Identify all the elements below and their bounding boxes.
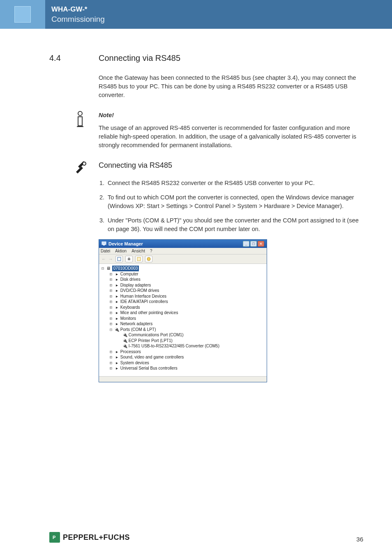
header-logo-block bbox=[0, 0, 45, 29]
steps-block: Connect the RS485 RS232 converter or the… bbox=[99, 179, 363, 234]
minimize-button[interactable]: _ bbox=[243, 241, 249, 247]
step-1: Connect the RS485 RS232 converter or the… bbox=[106, 179, 363, 187]
tree-node[interactable]: ⊞▸ Processors bbox=[101, 349, 264, 355]
tree-port-child[interactable]: 🔌 ECP Printer Port (LPT1) bbox=[101, 338, 264, 344]
status-bar bbox=[99, 376, 267, 382]
note-icon bbox=[74, 111, 99, 150]
footer: P PEPPERL+FUCHS 36 bbox=[49, 532, 363, 543]
monitor-icon bbox=[101, 241, 106, 247]
tree-node[interactable]: ⊞▸ Monitors bbox=[101, 316, 264, 321]
tree-node[interactable]: ⊞▸ System devices bbox=[101, 360, 264, 366]
brand-text: PEPPERL+FUCHS bbox=[63, 533, 130, 542]
svg-point-10 bbox=[147, 257, 150, 261]
section-title: Connecting via RS485 bbox=[99, 53, 180, 63]
page-number: 36 bbox=[356, 536, 363, 543]
window-title: Device Manager bbox=[108, 241, 143, 246]
tree-node[interactable]: ⊞▸ Display adapters bbox=[101, 282, 264, 288]
menu-datei[interactable]: Datei bbox=[101, 249, 110, 253]
tree-node[interactable]: ⊞▸ Sound, video and game controllers bbox=[101, 354, 264, 360]
header-title: WHA-GW-* bbox=[51, 5, 105, 14]
svg-rect-6 bbox=[118, 257, 121, 261]
tree-root[interactable]: 07010OD003 bbox=[112, 266, 139, 271]
tree-node[interactable]: ⊞▸ DVD/CD-ROM drives bbox=[101, 288, 264, 294]
subheading-row: Connecting via RS485 bbox=[74, 160, 363, 176]
header-bar: WHA-GW-* Commissioning bbox=[0, 0, 392, 29]
device-manager-window: Device Manager _ □ × Datei Aktion Ansich… bbox=[99, 239, 267, 382]
menu-aktion[interactable]: Aktion bbox=[115, 249, 127, 253]
tree-port-child[interactable]: 🔌 I-7561 USB-to-RS232/422/485 Converter … bbox=[101, 343, 264, 349]
svg-point-0 bbox=[78, 111, 82, 116]
section-heading-row: 4.4 Connecting via RS485 bbox=[49, 53, 363, 63]
maximize-button[interactable]: □ bbox=[250, 241, 257, 247]
tree-node[interactable]: ⊞▸ Universal Serial Bus controllers bbox=[101, 365, 264, 371]
intro-paragraph: Once the Gateway has been connected to t… bbox=[99, 74, 363, 99]
header-logo-square bbox=[14, 6, 31, 23]
step-2: To find out to which COM port the conver… bbox=[106, 193, 363, 210]
note-label: Note! bbox=[99, 111, 363, 120]
brand-badge-icon: P bbox=[49, 532, 60, 543]
toolbar-btn-2[interactable] bbox=[125, 256, 133, 262]
tree-ports[interactable]: Ports (COM & LPT) bbox=[120, 327, 156, 332]
step-3: Under "Ports (COM & LPT)" you should see… bbox=[106, 216, 363, 234]
brand-logo: P PEPPERL+FUCHS bbox=[49, 532, 130, 543]
back-button[interactable]: ← bbox=[101, 257, 106, 261]
svg-rect-8 bbox=[128, 257, 130, 258]
tree-node[interactable]: ⊞▸ Network adapters bbox=[101, 321, 264, 327]
tree-node[interactable]: ⊞▸ Mice and other pointing devices bbox=[101, 310, 264, 316]
tree-node[interactable]: ⊞▸ Human Interface Devices bbox=[101, 294, 264, 299]
tree-port-child[interactable]: 🔌 Communications Port (COM1) bbox=[101, 332, 264, 338]
device-manager-screenshot: Device Manager _ □ × Datei Aktion Ansich… bbox=[99, 239, 363, 382]
section-number: 4.4 bbox=[49, 53, 99, 63]
svg-rect-1 bbox=[78, 117, 82, 126]
svg-rect-5 bbox=[103, 245, 105, 245]
note-row: Note! The usage of an approved RS-485 co… bbox=[74, 111, 363, 150]
svg-point-3 bbox=[83, 162, 86, 165]
svg-rect-7 bbox=[128, 258, 130, 260]
window-titlebar: Device Manager _ □ × bbox=[99, 240, 267, 248]
menu-ansicht[interactable]: Ansicht bbox=[131, 249, 145, 253]
header-text: WHA-GW-* Commissioning bbox=[45, 0, 111, 29]
toolbar-btn-4[interactable] bbox=[145, 256, 152, 262]
menu-bar: Datei Aktion Ansicht ? bbox=[99, 248, 267, 254]
subheading: Connecting via RS485 bbox=[99, 160, 172, 170]
close-button[interactable]: × bbox=[258, 241, 264, 247]
toolbar: ← → bbox=[99, 254, 267, 264]
header-subtitle: Commissioning bbox=[51, 15, 105, 24]
tree-node[interactable]: ⊞▸ Keyboards bbox=[101, 305, 264, 310]
menu-help[interactable]: ? bbox=[150, 249, 152, 253]
forward-button[interactable]: → bbox=[108, 257, 113, 261]
tree-node[interactable]: ⊞▸ Disk drives bbox=[101, 277, 264, 282]
svg-rect-9 bbox=[137, 257, 141, 261]
tools-icon bbox=[74, 161, 99, 176]
tree-node[interactable]: ⊞▸ IDE ATA/ATAPI controllers bbox=[101, 299, 264, 305]
svg-rect-4 bbox=[102, 242, 106, 245]
svg-text:P: P bbox=[53, 535, 55, 540]
tree-node[interactable]: ⊞▸ Computer bbox=[101, 271, 264, 277]
toolbar-btn-1[interactable] bbox=[115, 256, 123, 262]
toolbar-btn-3[interactable] bbox=[135, 256, 143, 262]
note-body: The usage of an approved RS-485 converte… bbox=[99, 124, 363, 150]
device-tree: ⊟🖥 07010OD003 ⊞▸ Computer⊞▸ Disk drives⊞… bbox=[99, 264, 267, 376]
